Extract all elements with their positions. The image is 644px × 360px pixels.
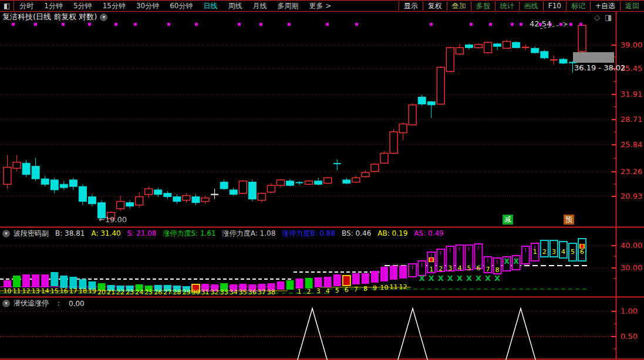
- spike-triangle: [296, 308, 328, 360]
- x-mark: X: [419, 274, 425, 283]
- count-label: 15: [50, 287, 59, 295]
- panel2-collapse-icon[interactable]: ▾: [2, 230, 10, 237]
- count-label: 1: [429, 266, 433, 273]
- count-label: 35: [239, 288, 247, 296]
- action-显示[interactable]: 显示: [399, 1, 423, 11]
- period-menu: 分时1分钟5分钟15分钟30分钟60分钟日线周线月线多周期更多 >: [14, 1, 336, 11]
- period-60分钟[interactable]: 60分钟: [164, 2, 198, 10]
- split-view-icon[interactable]: ◨: [605, 13, 612, 22]
- candle-down: [192, 197, 200, 203]
- x-mark: X: [438, 274, 444, 283]
- action-叠加[interactable]: 叠加: [447, 1, 471, 11]
- action-统计[interactable]: 统计: [495, 1, 519, 11]
- indicator-value: AB: 0.19: [377, 229, 407, 237]
- candle-up: [352, 178, 360, 182]
- candle-down: [41, 179, 49, 184]
- candle-up: [258, 193, 265, 201]
- candle-up: [239, 181, 247, 193]
- candle-down: [315, 181, 322, 185]
- count-label: 12: [22, 287, 31, 295]
- candle-down: [50, 180, 58, 190]
- candle-up: [456, 47, 463, 54]
- chart-titlebar: 复洁科技(日线 前复权 对数) ▾: [2, 12, 107, 22]
- period-30分钟[interactable]: 30分钟: [131, 2, 164, 10]
- indicator-value: B: 38.81: [55, 229, 85, 237]
- action-返回[interactable]: 返回: [620, 1, 644, 11]
- range-annotation: 36.19 - 38.02: [574, 63, 625, 72]
- candle-up: [475, 45, 483, 47]
- candle-up: [13, 162, 21, 168]
- candle-down: [559, 59, 567, 63]
- period-日线[interactable]: 日线: [198, 2, 222, 10]
- spike-triangle: [505, 308, 537, 360]
- candle-down: [465, 45, 473, 47]
- count-label: 24: [135, 288, 143, 296]
- candle-up: [362, 172, 369, 176]
- candle-down: [22, 163, 30, 174]
- chevron-down-icon[interactable]: ▾: [100, 13, 107, 21]
- action-+自选[interactable]: +自选: [590, 1, 620, 11]
- action-F10[interactable]: F10: [543, 1, 566, 11]
- count-label: 27: [163, 288, 171, 296]
- candle-up: [145, 189, 153, 195]
- x-mark: X: [476, 274, 481, 283]
- panel3-triangles: [296, 308, 537, 360]
- panel3-collapse-icon[interactable]: ▾: [2, 300, 10, 307]
- x-mark: X: [494, 274, 500, 283]
- indicator-value: AS: 0.49: [414, 229, 443, 237]
- panel2-bars: 1011121314151617181920212223242526272829…: [4, 239, 586, 296]
- period-5分钟[interactable]: 5分钟: [68, 2, 97, 10]
- period-1分钟[interactable]: 1分钟: [39, 2, 68, 10]
- count-label: 23: [126, 288, 134, 296]
- chart-canvas: 39.0035.4531.9128.7125.8423.2620.9340.00…: [0, 0, 644, 360]
- count-label: 37: [258, 288, 266, 296]
- period-分时[interactable]: 分时: [14, 2, 39, 10]
- trading-terminal: 39.0035.4531.9128.7125.8423.2620.9340.00…: [0, 0, 644, 360]
- candle-down: [126, 203, 134, 206]
- count-label: 9: [373, 284, 377, 292]
- alert-badge-预: 预: [564, 215, 574, 225]
- count-label: 5: [335, 287, 339, 294]
- diamond-icon[interactable]: ◇: [594, 13, 600, 22]
- y-axis-label: 31.91: [621, 90, 642, 99]
- count-label: 1: [533, 248, 537, 256]
- action-标记[interactable]: 标记: [566, 1, 590, 11]
- x-mark: X: [504, 257, 510, 266]
- panel-frames: [0, 11, 644, 359]
- candlestick-series: [4, 24, 586, 221]
- count-label: 4: [326, 287, 330, 295]
- y-axis-label: 25.84: [621, 140, 642, 149]
- indicator-value: 涨停力度B: 0.88: [282, 229, 335, 237]
- count-label: 22: [116, 288, 124, 296]
- period-更多 >[interactable]: 更多 >: [304, 2, 336, 10]
- x-mark: X: [457, 274, 463, 283]
- action-复权[interactable]: 复权: [423, 1, 447, 11]
- period-多周期[interactable]: 多周期: [272, 2, 304, 10]
- candle-up: [380, 153, 388, 163]
- window-split-icon[interactable]: ◧: [0, 2, 14, 10]
- candle-down: [154, 190, 162, 195]
- x-mark: X: [429, 274, 434, 283]
- price-range-box: [573, 52, 614, 63]
- action-画线[interactable]: 画线: [519, 1, 543, 11]
- y-axis-label: 0.50: [621, 332, 638, 341]
- y-axis-label: 28.71: [621, 115, 642, 124]
- count-label: 10: [380, 284, 389, 291]
- candle-up: [277, 180, 284, 185]
- alert-badge-减: 减: [503, 215, 513, 225]
- panel3-header: ▾ 潜伏追涨停 ： 0.00: [2, 298, 85, 308]
- period-15分钟[interactable]: 15分钟: [97, 2, 131, 10]
- candle-down: [418, 97, 426, 104]
- count-label: 20: [97, 288, 106, 296]
- period-周线[interactable]: 周线: [222, 2, 247, 10]
- candle-down: [541, 52, 548, 58]
- count-label: 2: [439, 265, 443, 273]
- period-月线[interactable]: 月线: [247, 2, 272, 10]
- candle-down: [531, 48, 539, 53]
- count-label: 21: [107, 288, 115, 296]
- x-mark: X: [466, 274, 472, 283]
- count-label: 38: [267, 288, 275, 296]
- count-label: 28: [173, 288, 181, 296]
- action-多股[interactable]: 多股: [471, 1, 495, 11]
- candle-up: [183, 196, 190, 201]
